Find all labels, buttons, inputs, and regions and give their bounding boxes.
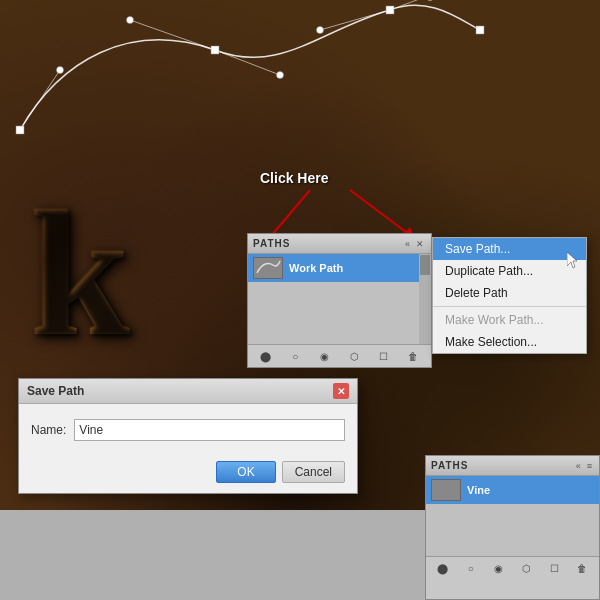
context-menu: Save Path... Duplicate Path... Delete Pa… [432, 237, 587, 354]
save-path-dialog: Save Path ✕ Name: OK Cancel [18, 378, 358, 494]
svg-marker-18 [567, 252, 577, 268]
stroke-path-icon-2[interactable]: ○ [463, 560, 479, 576]
paths-panel-2-body: Vine [426, 476, 599, 556]
svg-point-13 [427, 0, 434, 1]
svg-point-10 [127, 17, 134, 24]
menu-delete-path[interactable]: Delete Path [433, 282, 586, 304]
svg-line-0 [20, 70, 60, 130]
dialog-title: Save Path [27, 384, 84, 398]
vine-path-thumbnail [431, 479, 461, 501]
paths-panel-2-footer: ⬤ ○ ◉ ⬡ ☐ 🗑 [426, 556, 599, 579]
make-mask-icon[interactable]: ⬡ [346, 348, 362, 364]
menu-make-selection[interactable]: Make Selection... [433, 331, 586, 353]
panel-close-btn[interactable]: ✕ [414, 239, 426, 249]
paths-panel-2-header: PATHS « ≡ [426, 456, 599, 476]
paths-panel-header: PATHS « ✕ [248, 234, 431, 254]
svg-point-11 [277, 72, 284, 79]
menu-save-path[interactable]: Save Path... [433, 238, 586, 260]
new-path-icon-2[interactable]: ☐ [546, 560, 562, 576]
name-row: Name: [31, 419, 345, 441]
work-path-row[interactable]: Work Path [248, 254, 431, 282]
vine-path-row[interactable]: Vine [426, 476, 599, 504]
mouse-cursor [567, 252, 579, 270]
svg-line-16 [350, 190, 410, 235]
svg-point-12 [317, 27, 324, 34]
bottom-gray-area [0, 510, 430, 600]
menu-make-work-path: Make Work Path... [433, 309, 586, 331]
dialog-close-button[interactable]: ✕ [333, 383, 349, 399]
paths-panel-title: PATHS [253, 238, 290, 249]
dialog-header: Save Path ✕ [19, 379, 357, 404]
path-thumbnail-svg [255, 259, 281, 277]
cancel-button[interactable]: Cancel [282, 461, 345, 483]
delete-path-icon[interactable]: 🗑 [405, 348, 421, 364]
paths-panel-2-controls: « ≡ [574, 461, 594, 471]
make-mask-icon-2[interactable]: ⬡ [518, 560, 534, 576]
paths-panel-footer: ⬤ ○ ◉ ⬡ ☐ 🗑 [248, 344, 431, 367]
paths-panel-body: Work Path [248, 254, 431, 344]
paths-panel-top: PATHS « ✕ Work Path ⬤ ○ ◉ ⬡ ☐ 🗑 [247, 233, 432, 368]
delete-path-icon-2[interactable]: 🗑 [574, 560, 590, 576]
svg-point-9 [57, 67, 64, 74]
paths-panel-controls: « ✕ [403, 239, 426, 249]
work-path-thumbnail [253, 257, 283, 279]
svg-rect-8 [476, 26, 484, 34]
panel-2-expand-btn[interactable]: « [574, 461, 583, 471]
work-path-label: Work Path [289, 262, 343, 274]
new-path-icon[interactable]: ☐ [376, 348, 392, 364]
stroke-path-icon[interactable]: ○ [287, 348, 303, 364]
panel-expand-btn[interactable]: « [403, 239, 412, 249]
svg-line-1 [130, 20, 215, 50]
svg-line-3 [320, 10, 390, 30]
dialog-buttons: OK Cancel [19, 461, 357, 493]
menu-divider [433, 306, 586, 307]
fill-path-icon-2[interactable]: ⬤ [435, 560, 451, 576]
scrollbar-thumb [420, 255, 430, 275]
menu-duplicate-path[interactable]: Duplicate Path... [433, 260, 586, 282]
svg-rect-7 [386, 6, 394, 14]
fill-path-icon[interactable]: ⬤ [258, 348, 274, 364]
name-label: Name: [31, 423, 66, 437]
svg-line-2 [215, 50, 280, 75]
svg-rect-6 [211, 46, 219, 54]
panel-2-menu-btn[interactable]: ≡ [585, 461, 594, 471]
paths-panel-bottom: PATHS « ≡ Vine ⬤ ○ ◉ ⬡ ☐ 🗑 [425, 455, 600, 600]
paths-panel-2-title: PATHS [431, 460, 468, 471]
ok-button[interactable]: OK [216, 461, 275, 483]
dialog-body: Name: [19, 404, 357, 461]
load-selection-icon-2[interactable]: ◉ [491, 560, 507, 576]
paths-panel-scrollbar[interactable] [419, 254, 431, 344]
load-selection-icon[interactable]: ◉ [317, 348, 333, 364]
name-input[interactable] [74, 419, 345, 441]
svg-rect-5 [16, 126, 24, 134]
vine-path-label: Vine [467, 484, 490, 496]
